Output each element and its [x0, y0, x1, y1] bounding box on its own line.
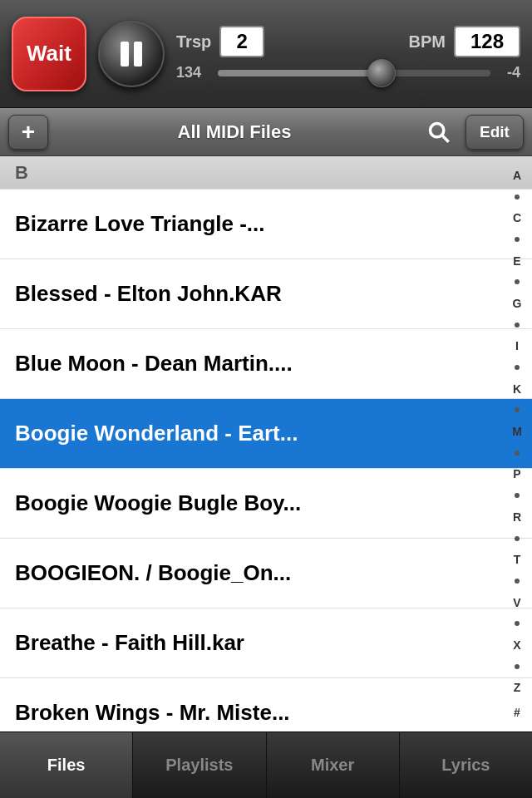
toolbar-title: All MIDI Files [57, 121, 412, 143]
add-button[interactable]: + [8, 115, 48, 150]
slider-right-label: -4 [499, 64, 520, 81]
tab-bar: FilesPlaylistsMixerLyrics [0, 732, 532, 798]
svg-point-0 [431, 123, 444, 136]
bpm-value: 128 [470, 30, 504, 53]
index-dot[interactable] [515, 451, 520, 456]
song-title: Boogie Wonderland - Eart... [15, 421, 517, 446]
slider-row: 134 -4 [176, 64, 520, 81]
wait-button[interactable]: Wait [12, 17, 86, 91]
index-dot[interactable] [515, 664, 520, 669]
tab-label-files: Files [47, 756, 86, 775]
edit-label: Edit [480, 123, 510, 141]
index-letter-x[interactable]: X [513, 639, 520, 651]
list-item[interactable]: Broken Wings - Mr. Miste... [0, 678, 532, 732]
index-dot[interactable] [515, 279, 520, 284]
wait-label: Wait [27, 41, 71, 66]
index-dot[interactable] [515, 237, 520, 242]
tab-mixer[interactable]: Mixer [267, 732, 400, 798]
search-button[interactable] [421, 115, 457, 150]
trsp-bpm-row: Trsp 2 BPM 128 [176, 26, 520, 57]
index-sidebar: ACEGIKMPRTVXZ# [502, 156, 532, 732]
song-title: BOOGIEON. / Boogie_On... [15, 560, 517, 586]
index-letter-z[interactable]: Z [514, 682, 521, 693]
slider-thumb [367, 59, 396, 87]
trsp-value-box[interactable]: 2 [219, 26, 264, 57]
tab-files[interactable]: Files [0, 732, 133, 798]
list-item[interactable]: Breathe - Faith Hill.kar [0, 608, 532, 678]
trsp-label: Trsp [176, 32, 211, 52]
index-letter-k[interactable]: K [513, 383, 521, 395]
list-item[interactable]: Bizarre Love Triangle -... [0, 190, 532, 259]
index-dot[interactable] [515, 621, 520, 626]
list-item[interactable]: BOOGIEON. / Boogie_On... [0, 539, 532, 608]
tab-label-lyrics: Lyrics [441, 756, 490, 775]
index-letter-e[interactable]: E [513, 255, 520, 267]
edit-button[interactable]: Edit [466, 115, 524, 150]
index-letter-g[interactable]: G [513, 298, 522, 309]
song-title: Broken Wings - Mr. Miste... [15, 700, 517, 726]
section-header[interactable]: B [0, 156, 532, 190]
index-dot[interactable] [515, 493, 520, 498]
bpm-label: BPM [409, 32, 446, 52]
slider-left-label: 134 [176, 64, 209, 81]
index-letter-#[interactable]: # [514, 707, 520, 718]
song-list: BBizarre Love Triangle -...Blessed - Elt… [0, 156, 532, 732]
index-dot[interactable] [515, 323, 520, 328]
index-letter-i[interactable]: I [515, 340, 519, 352]
list-item[interactable]: Boogie Wonderland - Eart... [0, 399, 532, 469]
pause-button[interactable] [98, 21, 165, 87]
tempo-slider[interactable] [218, 70, 490, 76]
section-label: B [15, 162, 28, 184]
song-title: Blue Moon - Dean Martin.... [15, 351, 517, 377]
tab-playlists[interactable]: Playlists [133, 732, 266, 798]
index-letter-c[interactable]: C [513, 212, 521, 224]
index-dot[interactable] [515, 195, 520, 200]
index-letter-r[interactable]: R [513, 511, 521, 523]
pause-icon [121, 42, 142, 66]
list-item[interactable]: Blue Moon - Dean Martin.... [0, 329, 532, 399]
index-letter-a[interactable]: A [513, 170, 521, 181]
toolbar: + All MIDI Files Edit [0, 108, 532, 156]
index-dot[interactable] [515, 407, 520, 412]
index-letter-m[interactable]: M [512, 426, 522, 437]
index-letter-p[interactable]: P [513, 468, 520, 480]
list-item[interactable]: Blessed - Elton John.KAR [0, 259, 532, 329]
tab-lyrics[interactable]: Lyrics [400, 732, 532, 798]
search-icon [427, 121, 451, 144]
list-item[interactable]: Boogie Woogie Bugle Boy... [0, 469, 532, 539]
trsp-value: 2 [237, 30, 248, 53]
tab-label-mixer: Mixer [311, 756, 354, 775]
index-dot[interactable] [515, 579, 520, 584]
song-title: Blessed - Elton John.KAR [15, 281, 517, 307]
index-letter-t[interactable]: T [514, 554, 521, 565]
index-dot[interactable] [515, 365, 520, 370]
song-title: Bizarre Love Triangle -... [15, 211, 517, 237]
top-bar: Wait Trsp 2 BPM 128 134 -4 [0, 0, 532, 108]
add-label: + [22, 119, 35, 145]
song-title: Breathe - Faith Hill.kar [15, 630, 517, 656]
index-dot[interactable] [515, 536, 520, 541]
svg-line-1 [442, 135, 449, 142]
tab-label-playlists: Playlists [165, 756, 233, 775]
song-title: Boogie Woogie Bugle Boy... [15, 490, 517, 516]
bpm-value-box[interactable]: 128 [454, 26, 520, 57]
index-letter-v[interactable]: V [513, 597, 520, 608]
controls-right: Trsp 2 BPM 128 134 -4 [176, 26, 520, 81]
